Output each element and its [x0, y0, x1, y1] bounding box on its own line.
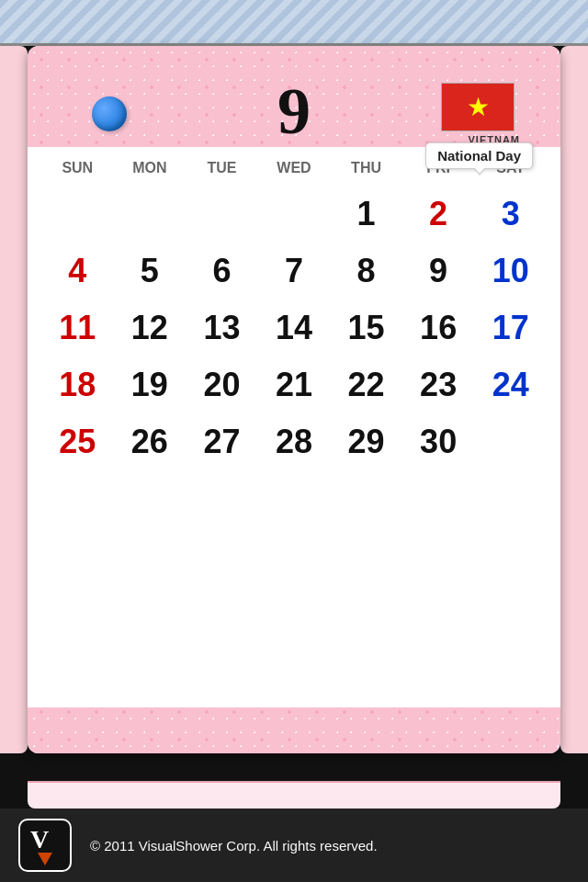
cal-day-6[interactable]: 6 — [186, 243, 258, 300]
cal-day-22[interactable]: 22 — [330, 356, 402, 413]
cal-day-27[interactable]: 27 — [186, 413, 258, 470]
day-header-wed: WED — [258, 154, 331, 182]
cal-day-17[interactable]: 17 — [474, 300, 547, 356]
cal-day-24[interactable]: 24 — [474, 356, 547, 413]
logo-inner: V — [27, 825, 63, 865]
cal-day-7[interactable]: 7 — [258, 243, 331, 300]
day-header-mon: MON — [114, 154, 187, 182]
cal-day-29[interactable]: 29 — [330, 413, 402, 470]
cal-day-21[interactable]: 21 — [258, 356, 331, 413]
cal-day-8[interactable]: 8 — [330, 243, 402, 300]
right-partial-card — [560, 46, 588, 753]
cal-day-4[interactable]: 4 — [41, 243, 114, 300]
cal-day-14[interactable]: 14 — [258, 300, 331, 356]
calendar-body: SUN MON TUE WED THU FRI SAT 123456789101… — [28, 147, 560, 707]
cal-day-30[interactable]: 30 — [402, 413, 475, 470]
cal-day-18[interactable]: 18 — [41, 356, 114, 413]
day-header-thu: THU — [330, 154, 402, 182]
day-header-sun: SUN — [41, 154, 114, 182]
cal-day-empty[interactable] — [114, 186, 187, 243]
cal-day-1[interactable]: 1 — [330, 186, 402, 243]
logo-triangle — [38, 853, 52, 865]
bottom-partial-card — [28, 781, 560, 808]
cal-day-empty[interactable] — [474, 413, 547, 470]
cal-day-25[interactable]: 25 — [41, 413, 114, 470]
cal-day-11[interactable]: 11 — [41, 300, 114, 356]
cal-day-13[interactable]: 13 — [186, 300, 258, 356]
flag-star: ★ — [467, 95, 490, 120]
calendar-grid: 1234567891011121314151617181920212223242… — [28, 186, 560, 470]
cal-day-23[interactable]: 23 — [402, 356, 475, 413]
day-header-tue: TUE — [186, 154, 258, 182]
cal-day-28[interactable]: 28 — [258, 413, 331, 470]
left-partial-card — [0, 46, 28, 753]
month-number: 9 — [277, 74, 311, 150]
app-logo: V — [18, 819, 72, 872]
cal-day-15[interactable]: 15 — [330, 300, 402, 356]
cal-day-empty[interactable] — [186, 186, 258, 243]
national-day-label: National Day — [437, 148, 521, 164]
cal-day-12[interactable]: 12 — [114, 300, 187, 356]
cal-day-3[interactable]: 3 — [474, 186, 547, 243]
bottom-strip: V © 2011 VisualShower Corp. All rights r… — [0, 808, 588, 882]
cal-day-empty[interactable] — [41, 186, 114, 243]
cal-day-26[interactable]: 26 — [114, 413, 187, 470]
cal-day-20[interactable]: 20 — [186, 356, 258, 413]
blue-dot-decoration — [92, 96, 127, 131]
cal-day-16[interactable]: 16 — [402, 300, 475, 356]
cal-day-19[interactable]: 19 — [114, 356, 187, 413]
cal-day-9[interactable]: 9 — [402, 243, 475, 300]
national-day-tooltip: National Day — [425, 142, 533, 169]
cal-day-10[interactable]: 10 — [474, 243, 547, 300]
vietnam-flag: ★ — [441, 83, 514, 131]
cal-day-empty[interactable] — [258, 186, 331, 243]
top-decorative-strip — [0, 0, 588, 46]
copyright-text: © 2011 VisualShower Corp. All rights res… — [90, 838, 378, 854]
logo-v-letter: V — [30, 825, 49, 854]
cal-day-2[interactable]: 2 — [402, 186, 475, 243]
cal-day-5[interactable]: 5 — [114, 243, 187, 300]
